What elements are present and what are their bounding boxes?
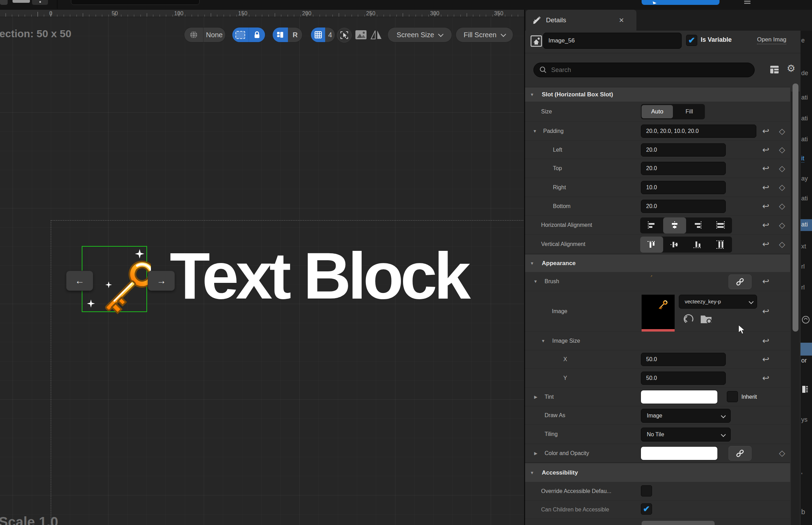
panel-divider[interactable] <box>524 10 525 525</box>
expand-triangle-icon[interactable]: ▶ <box>534 388 537 406</box>
section-header-accessibility[interactable]: ▼ Accessibility <box>525 463 790 483</box>
top-input[interactable]: 20.0 <box>641 162 726 175</box>
expand-triangle-icon[interactable]: ▼ <box>533 272 538 291</box>
details-pencil-icon <box>532 15 542 25</box>
color-opacity-swatch[interactable] <box>641 447 717 460</box>
grid-snap-toggle[interactable]: 4 <box>311 27 335 42</box>
widget-name-input[interactable] <box>543 33 682 49</box>
edge-fragment: rl <box>801 263 805 270</box>
draw-as-dropdown[interactable]: Image <box>641 409 731 423</box>
halign-left-button[interactable] <box>640 217 663 233</box>
partial-slider-handle[interactable] <box>13 0 30 3</box>
valign-fill-button[interactable] <box>709 237 732 253</box>
revert-icon[interactable]: ↩ <box>762 122 769 141</box>
respect-locks-toggle[interactable]: R <box>272 27 303 42</box>
close-icon[interactable]: × <box>619 15 624 25</box>
expand-triangle-icon[interactable]: ▼ <box>541 332 545 350</box>
partial-dropdown[interactable] <box>642 521 715 525</box>
revert-icon[interactable]: ↩ <box>762 332 769 350</box>
revert-icon[interactable]: ↩ <box>762 197 769 215</box>
halign-fill-button[interactable] <box>709 217 732 233</box>
revert-icon[interactable]: ↩ <box>762 216 769 234</box>
edge-fragment: b <box>801 508 805 516</box>
revert-icon[interactable]: ↩ <box>762 178 769 197</box>
draw-as-label: Draw As <box>545 406 565 424</box>
partial-primary-button[interactable] <box>642 0 719 5</box>
brush-link-button[interactable] <box>729 275 751 289</box>
screen-size-dropdown[interactable]: Screen Size <box>387 27 452 42</box>
can-children-checkbox[interactable]: ✔ <box>641 503 652 515</box>
right-input[interactable]: 10.0 <box>641 181 726 194</box>
halign-right-button[interactable] <box>686 217 709 233</box>
top-label: Top <box>553 159 562 178</box>
section-header-appearance[interactable]: ▼ Appearance <box>525 254 790 273</box>
size-fill-option[interactable]: Fill <box>674 105 705 118</box>
section-header-slot[interactable]: ▼ Slot (Horizontal Box Slot) <box>525 87 790 102</box>
revert-icon[interactable]: ↩ <box>762 272 769 291</box>
localization-preview-button[interactable]: None <box>184 27 226 42</box>
property-row-color-opacity: ▶ Color and Opacity ◇ <box>525 444 790 463</box>
bind-diamond-icon[interactable]: ◇ <box>779 178 785 197</box>
bind-diamond-icon[interactable]: ◇ <box>779 444 785 462</box>
use-selected-asset-icon[interactable] <box>682 313 695 325</box>
y-input[interactable]: 50.0 <box>641 372 726 385</box>
property-row-brush: ▼ Brush ↩ <box>525 272 790 291</box>
text-block-widget[interactable]: Text Block <box>170 242 468 309</box>
gear-icon[interactable]: ⚙ <box>787 63 795 74</box>
partial-button[interactable] <box>0 0 8 5</box>
revert-icon[interactable]: ↩ <box>762 141 769 159</box>
is-variable-checkbox[interactable]: ✔ <box>686 35 697 46</box>
revert-icon[interactable]: ↩ <box>762 350 769 368</box>
expand-triangle-icon[interactable]: ▼ <box>533 122 537 141</box>
tiling-dropdown[interactable]: No Tile <box>641 428 731 442</box>
image-asset-dropdown[interactable]: vecteezy_key-p <box>679 295 757 309</box>
search-icon <box>539 66 547 74</box>
color-link-button[interactable] <box>729 446 751 461</box>
size-auto-option[interactable]: Auto <box>642 105 673 118</box>
valign-center-button[interactable] <box>663 237 686 253</box>
padding-label: Padding <box>543 122 564 141</box>
valign-bottom-button[interactable] <box>686 237 709 253</box>
revert-icon[interactable]: ↩ <box>762 235 769 254</box>
property-row-x: X 50.0 ↩ <box>525 350 790 369</box>
bind-diamond-icon[interactable]: ◇ <box>779 197 785 215</box>
partial-button[interactable] <box>32 0 48 5</box>
selection-lock-toggle[interactable] <box>232 27 265 42</box>
x-input[interactable]: 50.0 <box>641 353 726 366</box>
override-accessible-checkbox[interactable] <box>641 485 652 496</box>
bind-diamond-icon[interactable]: ◇ <box>779 122 785 141</box>
left-input[interactable]: 20.0 <box>641 143 726 157</box>
details-tab[interactable]: Details × <box>526 10 636 31</box>
edge-fragment: ati <box>801 115 808 122</box>
bottom-input[interactable]: 20.0 <box>641 200 726 213</box>
halign-center-button[interactable] <box>663 217 686 233</box>
edge-fragment: ati <box>801 136 808 143</box>
expand-triangle-icon[interactable]: ▶ <box>534 444 537 462</box>
revert-icon[interactable]: ↩ <box>762 369 769 387</box>
flip-mirror-icon[interactable] <box>369 29 383 40</box>
padding-input[interactable]: 20.0, 20.0, 10.0, 20.0 <box>641 125 756 138</box>
valign-top-button[interactable] <box>640 237 663 253</box>
partial-input-field[interactable] <box>71 0 200 5</box>
bind-diamond-icon[interactable]: ◇ <box>779 159 785 178</box>
details-scrollbar-thumb[interactable] <box>793 83 798 332</box>
tint-color-swatch[interactable] <box>641 390 717 404</box>
preview-background-icon[interactable] <box>354 29 368 40</box>
select-mode-button[interactable] <box>337 28 352 42</box>
search-input[interactable] <box>550 66 740 74</box>
browse-to-asset-icon[interactable] <box>700 313 714 325</box>
revert-icon[interactable]: ↩ <box>762 159 769 178</box>
bind-diamond-icon[interactable]: ◇ <box>779 216 785 234</box>
bind-diamond-icon[interactable]: ◇ <box>779 141 785 159</box>
revert-icon[interactable]: ↩ <box>762 291 769 331</box>
display-filter-icon[interactable] <box>769 65 780 74</box>
reorder-left-button[interactable]: ← <box>66 271 93 291</box>
fill-screen-dropdown[interactable]: Fill Screen <box>456 27 513 42</box>
image-asset-thumbnail[interactable] <box>642 295 675 332</box>
designer-canvas[interactable]: 0 50 100 150 200 250 300 350 lection: 50… <box>0 10 525 525</box>
bind-diamond-icon[interactable]: ◇ <box>779 235 785 254</box>
open-image-link[interactable]: Open Imag <box>757 36 786 44</box>
tint-inherit-checkbox[interactable] <box>727 391 738 402</box>
search-bar[interactable] <box>533 63 755 77</box>
edge-fragment: ati <box>801 221 808 228</box>
